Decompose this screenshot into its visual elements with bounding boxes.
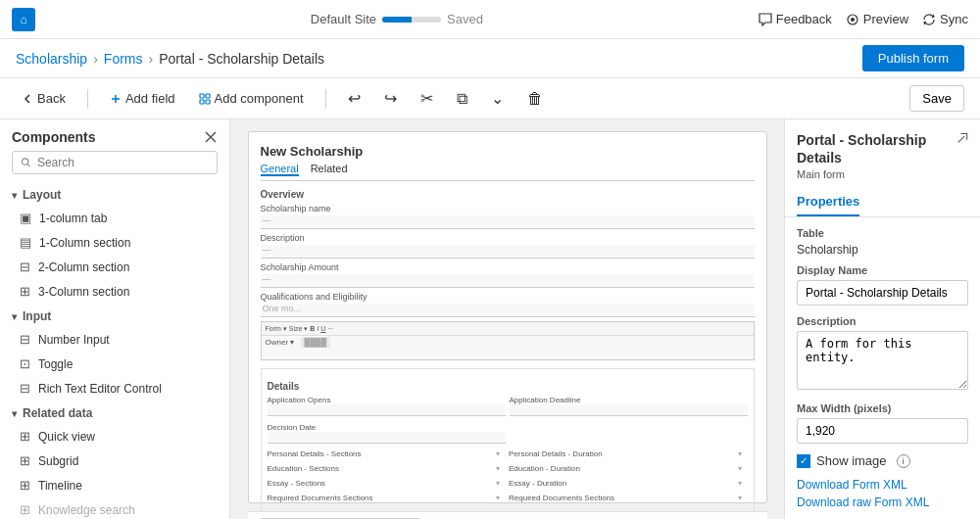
rp-display-name-input[interactable]: [797, 280, 968, 306]
sidebar-search-container: [12, 151, 218, 174]
timeline-label: Timeline: [38, 479, 82, 493]
canvas-area: New Scholarship General Related Overview…: [230, 119, 784, 519]
canvas-row-qualifications: Qualifications and Eligibility One mo...: [261, 292, 755, 317]
breadcrumb-scholarship[interactable]: Scholarship: [16, 51, 87, 67]
progress-fill: [382, 17, 412, 23]
sidebar-item-3col-section[interactable]: ⊞ 3-Column section: [0, 279, 229, 304]
right-panel-tabs: Properties: [785, 188, 980, 217]
canvas-row-amount: Scholarship Amount —: [261, 262, 755, 288]
breadcrumb-sep2: ›: [149, 51, 154, 67]
sidebar-item-knowledge-search: ⊞ Knowledge search: [0, 497, 229, 519]
sidebar-item-subgrid[interactable]: ⊞ Subgrid: [0, 448, 229, 473]
download-form-xml-link[interactable]: Download Form XML: [797, 478, 968, 492]
back-icon: [22, 93, 33, 105]
sidebar-item-toggle[interactable]: ⊡ Toggle: [0, 352, 229, 376]
check-mark: ✓: [800, 455, 808, 466]
rt-bold: B: [310, 325, 315, 332]
delete-button[interactable]: 🗑: [521, 86, 549, 112]
layout-section-header[interactable]: ▾ Layout: [0, 182, 229, 206]
sidebar-item-quick-view[interactable]: ⊞ Quick view: [0, 424, 229, 448]
cut-button[interactable]: ✂: [415, 85, 439, 112]
rich-text-label: Rich Text Editor Control: [38, 382, 162, 396]
toolbar: Back Add field Add component ↩ ↪ ✂ ⧉ ⌄ 🗑…: [0, 78, 980, 119]
rp-max-width-input[interactable]: [797, 418, 968, 444]
canvas-row-description: Description —: [261, 233, 755, 259]
canvas-personal-sections: Personal Details - Sections ▾: [268, 449, 507, 458]
canvas-richtext-toolbar: Form ▾ Size ▾ B I U ···: [262, 322, 754, 336]
breadcrumb-forms[interactable]: Forms: [104, 51, 143, 67]
canvas-qualifications-field: Qualifications and Eligibility One mo...: [261, 292, 755, 317]
sidebar-item-number-input[interactable]: ⊟ Number Input: [0, 327, 229, 352]
input-section-header[interactable]: ▾ Input: [0, 304, 229, 327]
canvas-decision-date: Decision Date: [268, 423, 506, 444]
subgrid-label: Subgrid: [38, 454, 78, 468]
expand-panel-icon[interactable]: [956, 131, 969, 145]
sync-icon: [922, 13, 936, 26]
canvas-richtext-block: ████: [301, 337, 331, 348]
canvas-app-deadline-label: Application Deadline: [510, 396, 748, 404]
canvas-description-field: Description —: [261, 233, 755, 259]
canvas-required-sections2: Required Documents Sections ▾: [509, 494, 748, 502]
form-canvas: New Scholarship General Related Overview…: [248, 131, 767, 503]
save-button[interactable]: Save: [909, 85, 964, 112]
related-section-header[interactable]: ▾ Related data: [0, 401, 229, 424]
copy-button[interactable]: ⧉: [451, 86, 473, 112]
breadcrumb-sep1: ›: [93, 51, 98, 67]
number-input-label: Number Input: [38, 333, 110, 347]
canvas-decision-label: Decision Date: [268, 423, 506, 432]
close-icon[interactable]: [204, 130, 218, 144]
preview-button[interactable]: Preview: [846, 12, 908, 26]
3col-section-icon: ⊞: [20, 284, 30, 299]
download-raw-form-xml-link[interactable]: Download raw Form XML: [797, 495, 968, 509]
redo-button[interactable]: ↪: [378, 85, 403, 112]
canvas-details-label: Details: [268, 381, 748, 392]
rp-description-textarea[interactable]: A form for this entity.: [797, 331, 968, 390]
sidebar-item-1col-tab[interactable]: ▣ 1-column tab: [0, 206, 229, 230]
canvas-richtext: Form ▾ Size ▾ B I U ··· Owner ▾ ████: [261, 321, 755, 360]
right-panel-title: Portal - Scholarship Details: [797, 131, 956, 166]
search-input[interactable]: [37, 156, 209, 169]
tab-properties[interactable]: Properties: [797, 188, 859, 216]
sidebar-item-1col-section[interactable]: ▤ 1-Column section: [0, 230, 229, 255]
rt-underline: U: [320, 325, 325, 332]
add-component-icon: [199, 93, 211, 105]
sidebar-title: Components: [12, 129, 96, 145]
rt-size-label: Size ▾: [289, 325, 309, 333]
canvas-essay-duration: Essay - Duration ▾: [509, 479, 748, 488]
sidebar-item-2col-section[interactable]: ⊟ 2-Column section: [0, 255, 229, 279]
feedback-button[interactable]: Feedback: [759, 12, 832, 26]
back-button[interactable]: Back: [16, 87, 72, 110]
canvas-overview-section: Overview: [261, 189, 755, 200]
canvas-app-opens-label: Application Opens: [268, 396, 506, 404]
search-icon: [21, 157, 31, 168]
canvas-scholarship-name-value: —: [261, 215, 755, 229]
rp-display-name-label: Display Name: [797, 264, 968, 276]
add-field-button[interactable]: Add field: [104, 87, 181, 110]
canvas-tab-related[interactable]: Related: [311, 163, 348, 176]
sidebar-item-timeline[interactable]: ⊞ Timeline: [0, 473, 229, 497]
sidebar-item-rich-text[interactable]: ⊟ Rich Text Editor Control: [0, 376, 229, 401]
rt-more: ···: [327, 325, 333, 332]
undo-button[interactable]: ↩: [342, 85, 367, 112]
toolbar-sep2: [325, 89, 326, 109]
breadcrumb-bar: Scholarship › Forms › Portal - Scholarsh…: [0, 39, 980, 78]
related-section-label: Related data: [23, 406, 92, 420]
rp-show-image-checkbox[interactable]: ✓: [797, 454, 810, 468]
canvas-app-opens-value: [268, 404, 506, 416]
home-icon[interactable]: ⌂: [12, 8, 35, 31]
quick-view-icon: ⊞: [20, 429, 30, 444]
canvas-scholarship-name-field: Scholarship name —: [261, 204, 755, 229]
publish-form-button[interactable]: Publish form: [862, 45, 964, 71]
canvas-select-grid: Personal Details - Sections ▾ Personal D…: [268, 449, 748, 505]
more-button[interactable]: ⌄: [485, 85, 510, 112]
canvas-description-value: —: [261, 245, 755, 259]
input-chevron: ▾: [12, 311, 17, 322]
rp-show-image-row: ✓ Show image i: [797, 453, 968, 468]
add-component-button[interactable]: Add component: [193, 87, 310, 110]
canvas-tab-general[interactable]: General: [261, 163, 299, 176]
sync-button[interactable]: Sync: [922, 12, 968, 26]
show-image-info-icon[interactable]: i: [897, 454, 910, 468]
top-bar-right: Feedback Preview Sync: [759, 12, 968, 26]
canvas-tabs: General Related: [261, 163, 755, 181]
sidebar-header: Components: [0, 119, 229, 151]
